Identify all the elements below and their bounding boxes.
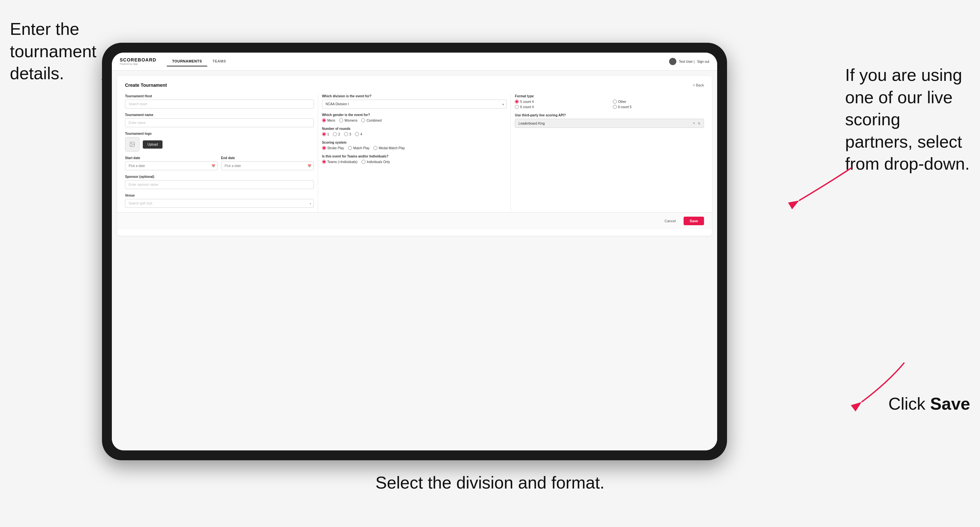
signout-link[interactable]: Sign out	[697, 60, 709, 63]
form-col-2: Which division is the event for? NCAA Di…	[318, 94, 511, 213]
format-6count4[interactable]: 6 count 4	[515, 105, 606, 109]
scoring-stroke-play[interactable]: Stroke Play	[322, 146, 344, 150]
rounds-group: Number of rounds 1 2	[322, 127, 507, 136]
scoring-stroke-label: Stroke Play	[327, 146, 344, 150]
format-type-group: Format type 5 count 4 Other	[515, 94, 704, 109]
tournament-host-label: Tournament Host	[125, 94, 314, 98]
venue-group: Venue	[125, 194, 314, 208]
tournament-host-input[interactable]	[125, 100, 314, 108]
scoring-medal-match-play[interactable]: Medal Match Play	[373, 146, 405, 150]
upload-button[interactable]: Upload	[143, 140, 162, 149]
scoring-medal-label: Medal Match Play	[379, 146, 405, 150]
event-individuals[interactable]: Individuals Only	[361, 160, 390, 164]
scoring-match-label: Match Play	[353, 146, 369, 150]
nav-right: Test User | Sign out	[669, 58, 709, 65]
start-date-group: Start date	[125, 156, 218, 170]
logo-text: SCOREBOARD	[120, 57, 156, 62]
logo-sub: Powered by clippi	[120, 63, 156, 65]
tournament-name-group: Tournament name	[125, 113, 314, 127]
event-for-radio-group: Teams (+Individuals) Individuals Only	[322, 160, 507, 164]
format-5count4[interactable]: 5 count 4	[515, 100, 606, 103]
format-6count4-label: 6 count 4	[520, 105, 534, 109]
format-6count5-label: 6 count 5	[618, 105, 632, 109]
tab-tournaments[interactable]: TOURNAMENTS	[167, 57, 207, 67]
app-container: SCOREBOARD Powered by clippi TOURNAMENTS…	[112, 52, 717, 451]
form-footer: Cancel Save	[117, 213, 712, 229]
third-party-clear-icon[interactable]: ×	[693, 121, 695, 125]
gender-option-womens[interactable]: Womens	[339, 118, 357, 122]
form-col-1: Tournament Host Tournament name Tourname…	[125, 94, 318, 213]
nav-tabs: TOURNAMENTS TEAMS	[167, 57, 231, 67]
sponsor-input[interactable]	[125, 180, 314, 189]
logo: SCOREBOARD Powered by clippi	[120, 57, 156, 65]
gender-combined-label: Combined	[366, 119, 382, 122]
event-teams-label: Teams (+Individuals)	[327, 160, 358, 164]
end-date-input[interactable]	[221, 162, 314, 170]
rounds-2-label: 2	[338, 132, 340, 136]
division-select-wrap: NCAA Division I	[322, 100, 507, 108]
cancel-button[interactable]: Cancel	[660, 217, 680, 225]
format-5count4-label: 5 count 4	[520, 100, 534, 103]
rounds-option-1[interactable]: 1	[322, 132, 329, 136]
rounds-option-3[interactable]: 3	[344, 132, 352, 136]
end-date-group: End date	[221, 156, 314, 170]
tab-teams[interactable]: TEAMS	[207, 57, 231, 67]
third-party-label: Use third-party live scoring API?	[515, 113, 704, 117]
tournament-name-label: Tournament name	[125, 113, 314, 117]
form-col-3: Format type 5 count 4 Other	[511, 94, 704, 213]
rounds-3-label: 3	[349, 132, 352, 136]
end-date-label: End date	[221, 156, 314, 160]
division-group: Which division is the event for? NCAA Di…	[322, 94, 507, 108]
tournament-logo-label: Tournament logo	[125, 132, 314, 135]
rounds-option-2[interactable]: 2	[333, 132, 340, 136]
gender-option-mens[interactable]: Mens	[322, 118, 335, 122]
third-party-group: Use third-party live scoring API? Leader…	[515, 113, 704, 128]
division-label: Which division is the event for?	[322, 94, 507, 98]
svg-point-5	[131, 143, 132, 144]
back-link[interactable]: Back	[693, 83, 704, 87]
end-date-wrap	[221, 162, 314, 170]
format-other[interactable]: Other	[613, 100, 704, 103]
rounds-radio-group: 1 2 3	[322, 132, 507, 136]
venue-input[interactable]	[125, 199, 314, 208]
start-date-wrap	[125, 162, 218, 170]
event-teams[interactable]: Teams (+Individuals)	[322, 160, 358, 164]
third-party-arrows-icon: ⇅	[698, 122, 700, 125]
start-date-input[interactable]	[125, 162, 218, 170]
gender-womens-label: Womens	[344, 119, 357, 122]
scoring-match-play[interactable]: Match Play	[348, 146, 369, 150]
tournament-logo-group: Tournament logo	[125, 132, 314, 152]
third-party-select[interactable]: Leaderboard King × ⇅	[515, 119, 704, 128]
event-for-group: Is this event for Teams and/or Individua…	[322, 154, 507, 164]
create-tournament-card: Create Tournament Back Tournament Host	[117, 76, 712, 236]
rounds-4-label: 4	[360, 132, 362, 136]
user-avatar	[669, 58, 676, 65]
annotation-select-division: Select the division and format.	[375, 472, 605, 494]
format-6count5[interactable]: 6 count 5	[613, 105, 704, 109]
scoring-label: Scoring system	[322, 141, 507, 144]
gender-mens-label: Mens	[327, 119, 335, 122]
rounds-option-4[interactable]: 4	[355, 132, 362, 136]
tablet-screen: SCOREBOARD Powered by clippi TOURNAMENTS…	[112, 52, 717, 451]
scoring-group: Scoring system Stroke Play Match Play	[322, 141, 507, 150]
gender-group: Which gender is the event for? Mens Wome…	[322, 113, 507, 122]
tournament-name-input[interactable]	[125, 118, 314, 127]
gender-option-combined[interactable]: Combined	[361, 118, 382, 122]
top-nav: SCOREBOARD Powered by clippi TOURNAMENTS…	[112, 52, 717, 71]
rounds-1-label: 1	[327, 132, 329, 136]
format-other-label: Other	[618, 100, 626, 103]
division-select[interactable]: NCAA Division I	[322, 100, 507, 108]
tournament-host-group: Tournament Host	[125, 94, 314, 108]
save-button[interactable]: Save	[684, 217, 704, 225]
form-grid: Tournament Host Tournament name Tourname…	[125, 94, 704, 213]
event-for-label: Is this event for Teams and/or Individua…	[322, 154, 507, 158]
sponsor-label: Sponsor (optional)	[125, 175, 314, 178]
nav-user-text: Test User |	[679, 60, 695, 63]
gender-label: Which gender is the event for?	[322, 113, 507, 117]
tablet-frame: SCOREBOARD Powered by clippi TOURNAMENTS…	[102, 43, 727, 460]
card-header: Create Tournament Back	[125, 83, 704, 88]
venue-select-wrap	[125, 199, 314, 208]
format-type-grid: 5 count 4 Other 6 count 4	[515, 100, 704, 109]
card-title: Create Tournament	[125, 83, 167, 88]
gender-radio-group: Mens Womens Combined	[322, 118, 507, 122]
